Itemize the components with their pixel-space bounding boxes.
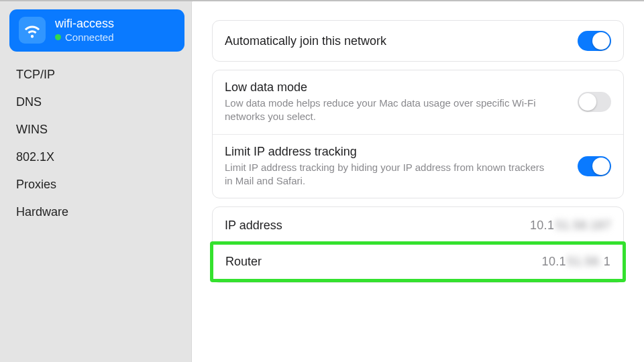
sidebar-item-hardware[interactable]: Hardware: [16, 198, 182, 226]
limit-ip-row: Limit IP address tracking Limit IP addre…: [213, 134, 623, 198]
ip-address-label: IP address: [225, 219, 282, 233]
sidebar-item-tcpip[interactable]: TCP/IP: [16, 61, 182, 88]
ip-info-card: IP address 10.1 51.58.187 Router 10.1 51…: [212, 206, 624, 283]
ip-address-row: IP address 10.1 51.58.187: [213, 207, 623, 244]
low-data-toggle[interactable]: [578, 92, 611, 112]
limit-ip-label: Limit IP address tracking: [225, 145, 547, 159]
limit-ip-desc: Limit IP address tracking by hiding your…: [225, 161, 547, 188]
main-panel: Automatically join this network Low data…: [191, 1, 644, 362]
network-options-card: Low data mode Low data mode helps reduce…: [212, 70, 624, 198]
ip-address-value: 10.1 51.58.187: [530, 219, 611, 233]
router-label: Router: [225, 255, 262, 269]
network-status-text: Connected: [65, 32, 114, 44]
auto-join-label: Automatically join this network: [225, 34, 386, 48]
sidebar-item-8021x[interactable]: 802.1X: [16, 143, 182, 171]
low-data-desc: Low data mode helps reduce your Mac data…: [225, 97, 547, 124]
sidebar-tabs: TCP/IP DNS WINS 802.1X Proxies Hardware: [9, 52, 184, 226]
sidebar-item-dns[interactable]: DNS: [16, 88, 182, 116]
sidebar-item-proxies[interactable]: Proxies: [16, 171, 182, 198]
network-status: Connected: [55, 32, 114, 44]
router-row: Router 10.1 51.58. 1: [210, 241, 626, 282]
sidebar-item-wins[interactable]: WINS: [16, 116, 182, 143]
wifi-icon: [19, 17, 46, 44]
auto-join-row: Automatically join this network: [213, 21, 623, 61]
network-ssid: wifi-access: [55, 17, 114, 32]
low-data-label: Low data mode: [225, 80, 547, 95]
network-text: wifi-access Connected: [55, 17, 114, 44]
auto-join-toggle[interactable]: [578, 31, 611, 51]
status-dot-icon: [55, 34, 61, 40]
auto-join-card: Automatically join this network: [212, 20, 624, 62]
limit-ip-toggle[interactable]: [578, 156, 611, 176]
sidebar: wifi-access Connected TCP/IP DNS WINS 80…: [0, 1, 191, 362]
router-value: 10.1 51.58. 1: [542, 255, 610, 269]
sidebar-network-card[interactable]: wifi-access Connected: [9, 9, 184, 52]
low-data-row: Low data mode Low data mode helps reduce…: [213, 70, 623, 134]
